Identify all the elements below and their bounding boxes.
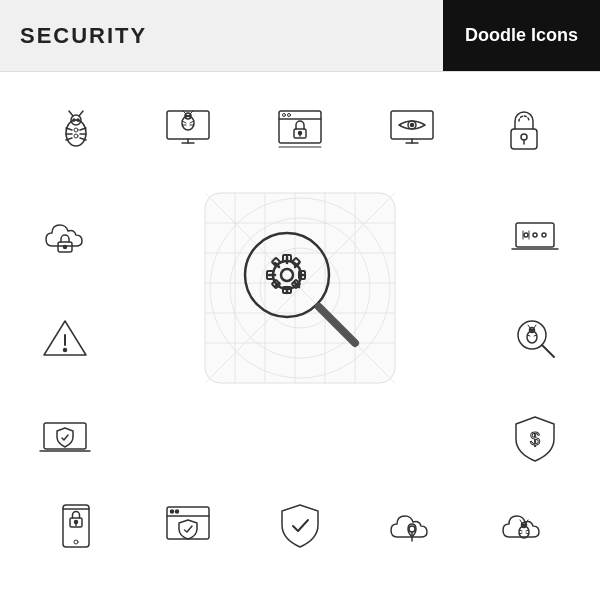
- svg-point-46: [64, 349, 67, 352]
- header: SECURITY Doodle Icons: [0, 0, 600, 72]
- brand-label: Doodle Icons: [465, 25, 578, 47]
- svg-point-116: [522, 524, 523, 525]
- warning-icon: [38, 311, 92, 365]
- svg-point-66: [281, 269, 293, 281]
- svg-point-39: [411, 124, 414, 127]
- bug-icon-cell: [31, 90, 121, 170]
- browser-shield-icon-cell: [143, 486, 233, 566]
- icon-row-4: [0, 478, 600, 574]
- monitor-eye-icon: [385, 103, 439, 157]
- svg-line-2: [69, 111, 73, 116]
- laptop-shield-icon-cell: [20, 398, 110, 478]
- svg-point-17: [182, 116, 194, 130]
- browser-shield-icon: [161, 499, 215, 553]
- svg-rect-40: [511, 129, 537, 149]
- svg-line-96: [528, 325, 530, 328]
- laptop-shield-icon: [38, 411, 92, 465]
- search-bug-icon: [508, 311, 562, 365]
- svg-text:$: $: [530, 429, 540, 449]
- shield-dollar-icon-cell: $: [490, 398, 580, 478]
- bug-icon: [49, 103, 103, 157]
- right-col: [490, 178, 600, 398]
- left-col: [0, 178, 110, 398]
- cloud-lock-icon: [38, 211, 92, 265]
- browser-lock-icon: [273, 103, 327, 157]
- svg-rect-83: [516, 223, 554, 247]
- svg-point-94: [530, 329, 531, 330]
- svg-point-0: [66, 120, 86, 146]
- phone-lock-icon-cell: [31, 486, 121, 566]
- page-title: SECURITY: [20, 23, 147, 49]
- svg-point-44: [64, 246, 67, 249]
- svg-line-118: [520, 520, 522, 523]
- svg-point-87: [542, 233, 546, 237]
- svg-rect-81: [292, 258, 300, 266]
- svg-point-111: [171, 510, 174, 513]
- cloud-bug-icon: [497, 499, 551, 553]
- svg-point-20: [189, 115, 191, 117]
- svg-rect-100: [44, 423, 86, 449]
- svg-point-41: [521, 134, 527, 140]
- svg-point-104: [74, 540, 78, 544]
- monitor-bug-icon-cell: [143, 90, 233, 170]
- padlock-icon-cell: [479, 90, 569, 170]
- cloud-lock-icon-cell: [20, 198, 110, 278]
- shield-check-icon: [273, 499, 327, 553]
- featured-center: [110, 178, 490, 398]
- laptop-password-icon: [508, 211, 562, 265]
- laptop-password-icon-cell: [490, 198, 580, 278]
- svg-point-12: [74, 128, 78, 132]
- svg-point-5: [77, 119, 79, 121]
- brand-area: Doodle Icons: [443, 0, 600, 71]
- shield-check-icon-cell: [255, 486, 345, 566]
- title-area: SECURITY: [0, 0, 443, 71]
- warning-icon-cell: [20, 298, 110, 378]
- search-gear-featured-icon: [225, 213, 375, 363]
- cloud-location-icon: [385, 499, 439, 553]
- row-2-wrapper: [0, 178, 600, 398]
- svg-point-19: [186, 115, 188, 117]
- svg-point-29: [283, 114, 286, 117]
- svg-line-64: [319, 307, 355, 343]
- svg-point-13: [74, 134, 78, 138]
- search-bug-icon-cell: [490, 298, 580, 378]
- svg-rect-14: [167, 111, 209, 139]
- svg-point-117: [524, 524, 525, 525]
- svg-line-3: [79, 111, 83, 116]
- svg-point-113: [409, 526, 415, 532]
- browser-lock-icon-cell: [255, 90, 345, 170]
- svg-point-86: [533, 233, 537, 237]
- svg-point-30: [288, 114, 291, 117]
- svg-point-4: [73, 119, 75, 121]
- icon-row-1: [0, 82, 600, 178]
- icon-row-3: $: [0, 398, 600, 478]
- svg-point-85: [524, 233, 528, 237]
- svg-point-95: [532, 329, 533, 330]
- icon-showcase: $: [0, 72, 600, 600]
- monitor-eye-icon-cell: [367, 90, 457, 170]
- svg-line-91: [542, 345, 554, 357]
- cloud-bug-icon-cell: [479, 486, 569, 566]
- shield-dollar-icon: $: [508, 411, 562, 465]
- svg-point-112: [176, 510, 179, 513]
- cloud-location-icon-cell: [367, 486, 457, 566]
- monitor-bug-icon: [161, 103, 215, 157]
- padlock-icon: [497, 103, 551, 157]
- phone-lock-icon: [49, 499, 103, 553]
- svg-line-97: [534, 325, 536, 328]
